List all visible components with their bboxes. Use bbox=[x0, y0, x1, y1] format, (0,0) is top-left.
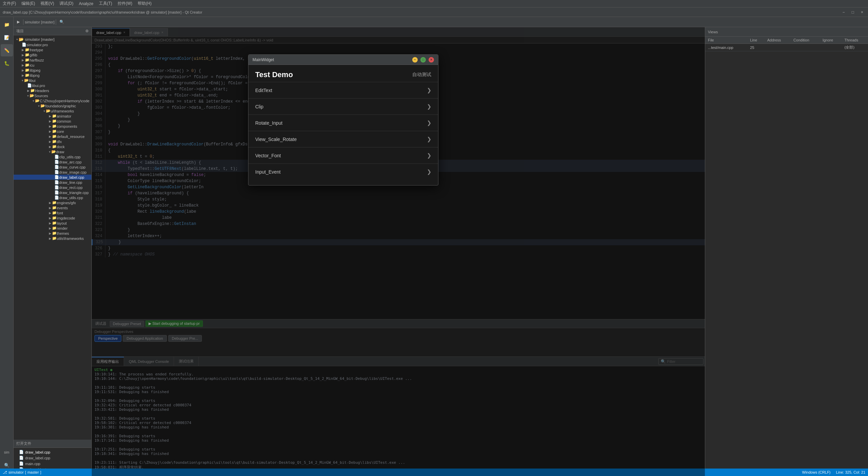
right-panel-header: Views bbox=[705, 27, 868, 37]
file-icon: 📄 bbox=[54, 195, 59, 200]
modal-window: MainWidget − □ × bbox=[248, 54, 438, 186]
menu-item-edit[interactable]: 编辑(E) bbox=[21, 1, 35, 6]
modal-list-item-edittext[interactable]: EditText ❯ bbox=[248, 82, 438, 98]
list-item[interactable]: ▶ 📁 libpng bbox=[14, 73, 91, 78]
title-bar: draw_label.cpp [C:\Zhouyj\openHarmony\co… bbox=[0, 7, 868, 17]
modal-item-label: View_Scale_Rotate bbox=[255, 137, 297, 142]
modal-header: Test Demo 自动测试 bbox=[248, 65, 438, 82]
list-item[interactable]: ▾ 📂 foundation/graphic bbox=[14, 103, 91, 108]
window-minimize[interactable]: − bbox=[840, 10, 847, 15]
minimize-icon: − bbox=[414, 58, 416, 61]
cell-file: ...test/main.cpp bbox=[705, 44, 747, 51]
list-item[interactable]: ▶ 📁 freetype bbox=[14, 47, 91, 52]
file-tree[interactable]: ▾ 📂 simulator [master] 📄 simulator.pro ▶… bbox=[14, 35, 91, 438]
list-item[interactable]: ▶ 📁 default_resource bbox=[14, 134, 91, 139]
col-threads: Threads bbox=[842, 37, 868, 44]
list-item[interactable]: 📄 draw_triangle.cpp bbox=[14, 190, 91, 195]
modal-item-label: Vector_Font bbox=[255, 153, 281, 158]
list-item[interactable]: ▶ 📁 harfbuzz bbox=[14, 57, 91, 63]
toolbar-build[interactable]: ▶ bbox=[15, 19, 22, 25]
folder-arrow: ▶ bbox=[22, 74, 24, 77]
folder-icon: 📁 bbox=[52, 114, 57, 118]
folder-icon: 📁 bbox=[52, 124, 57, 128]
list-item[interactable]: ▶ 📁 layout bbox=[14, 221, 91, 226]
sidebar-text-btn[interactable]: 📝 bbox=[1, 31, 13, 43]
list-item[interactable]: 📄 draw_rect.cpp bbox=[14, 185, 91, 190]
list-item[interactable]: ▾ 📂 ui\frameworks bbox=[14, 108, 91, 113]
list-item[interactable]: ▶ 📁 common bbox=[14, 119, 91, 124]
modal-minimize-btn[interactable]: − bbox=[412, 57, 418, 63]
toolbar-search[interactable]: 🔍 bbox=[57, 19, 66, 25]
sidebar-debug-btn[interactable]: 🐛 bbox=[1, 57, 13, 69]
list-item[interactable]: ▶ 📁 Headers bbox=[14, 88, 91, 93]
folder-arrow: ▶ bbox=[49, 145, 51, 148]
list-item[interactable]: ▶ 📁 animator bbox=[14, 113, 91, 119]
list-item[interactable]: 📄 draw_line.cpp bbox=[14, 180, 91, 185]
folder-icon: 📁 bbox=[25, 53, 30, 57]
sidebar-projects-btn[interactable]: 📁 bbox=[1, 18, 13, 31]
list-item[interactable]: ▶ 📁 core bbox=[14, 129, 91, 134]
tree-item-label: draw_rect.cpp bbox=[59, 186, 83, 190]
tree-root[interactable]: ▾ 📂 simulator [master] bbox=[14, 37, 91, 42]
table-row[interactable]: ...test/main.cpp 25 (全部) bbox=[705, 44, 868, 51]
sidebar-simulator-btn[interactable]: sim bbox=[1, 446, 13, 458]
tree-item-label: draw_line.cpp bbox=[59, 180, 82, 184]
open-file-item[interactable]: 📄 main.cpp bbox=[14, 461, 91, 466]
folder-icon: 📂 bbox=[46, 109, 51, 113]
list-item[interactable]: 📄 draw_arc.cpp bbox=[14, 159, 91, 164]
list-item[interactable]: ▶ 📁 components bbox=[14, 124, 91, 129]
tree-item-label: dfx bbox=[57, 140, 62, 144]
list-item[interactable]: ▶ 📁 themes bbox=[14, 231, 91, 236]
list-item[interactable]: ▶ 📁 render bbox=[14, 226, 91, 231]
menu-item-view[interactable]: 视图(V) bbox=[40, 1, 54, 6]
modal-list-item-input-event[interactable]: Input_Event ❯ bbox=[248, 163, 438, 180]
tree-item-label: clip_utils.cpp bbox=[59, 155, 81, 159]
project-filter-icon[interactable]: ⚙ bbox=[85, 29, 89, 33]
list-item[interactable]: ▾ 📂 draw bbox=[14, 149, 91, 154]
list-item[interactable]: 📄 draw_image.cpp bbox=[14, 170, 91, 175]
modal-close-btn[interactable]: × bbox=[429, 57, 434, 63]
menu-item-help[interactable]: 帮助(H) bbox=[138, 1, 152, 6]
col-condition: Condition bbox=[791, 37, 820, 44]
modal-list-item-rotate-input[interactable]: Rotate_Input ❯ bbox=[248, 114, 438, 131]
list-item[interactable]: ▶ 📁 font bbox=[14, 210, 91, 215]
list-item[interactable]: ▶ 📁 dock bbox=[14, 144, 91, 149]
list-item[interactable]: ▾ 📂 Sources bbox=[14, 93, 91, 98]
list-item[interactable]: ▾ 📂 C:\Zhouyj\openHarmony\code bbox=[14, 98, 91, 103]
folder-arrow: ▾ bbox=[49, 150, 51, 154]
menu-item-controls[interactable]: 控件(W) bbox=[118, 1, 132, 6]
list-item[interactable]: ▶ 📁 icu bbox=[14, 63, 91, 68]
window-maximize[interactable]: □ bbox=[850, 10, 856, 15]
list-item[interactable]: ▶ 📁 imgdecode bbox=[14, 215, 91, 221]
menu-item-tools[interactable]: 工具(T) bbox=[99, 1, 112, 6]
list-item[interactable]: 📄 clip_utils.cpp bbox=[14, 154, 91, 159]
list-item[interactable]: ▶ 📁 dfx bbox=[14, 139, 91, 144]
list-item[interactable]: 📄 draw_curve.cpp bbox=[14, 164, 91, 170]
folder-arrow: ▶ bbox=[22, 64, 24, 67]
modal-list-item-clip[interactable]: Clip ❯ bbox=[248, 98, 438, 114]
folder-icon: 📁 bbox=[52, 226, 57, 230]
menu-item-debug[interactable]: 调试(D) bbox=[59, 1, 73, 6]
list-item[interactable]: ▶ 📁 utils\frameworks bbox=[14, 236, 91, 241]
git-icon: ⎇ bbox=[3, 470, 7, 475]
list-item[interactable]: 📄 draw_utils.cpp bbox=[14, 195, 91, 200]
sidebar-edit-btn[interactable]: ✏️ bbox=[1, 44, 13, 56]
list-item[interactable]: 📄 libui.pro bbox=[14, 83, 91, 88]
modal-list-item-vector-font[interactable]: Vector_Font ❯ bbox=[248, 147, 438, 163]
list-item[interactable]: ▶ 📁 engines/gfx bbox=[14, 200, 91, 205]
list-item[interactable]: ▶ 📁 libjpeg bbox=[14, 68, 91, 73]
menu-item-file[interactable]: 文件(F) bbox=[3, 1, 16, 6]
tree-item-label: libui.pro bbox=[32, 84, 45, 88]
list-item[interactable]: ▶ 📁 giflib bbox=[14, 52, 91, 57]
menu-item-analyze[interactable]: Analyze bbox=[79, 1, 93, 6]
list-item-active[interactable]: 📄 draw_label.cpp bbox=[14, 175, 91, 180]
modal-maximize-btn[interactable]: □ bbox=[420, 57, 426, 63]
list-item[interactable]: 📄 simulator.pro bbox=[14, 42, 91, 47]
window-close[interactable]: × bbox=[859, 10, 865, 15]
list-item[interactable]: ▾ 📂 libui bbox=[14, 78, 91, 83]
list-item[interactable]: ▶ 📁 events bbox=[14, 205, 91, 210]
open-file-item[interactable]: 📄 draw_label.cpp bbox=[14, 449, 91, 455]
open-file-item[interactable]: 📄 draw_label.cpp bbox=[14, 455, 91, 461]
tree-item-label: events bbox=[57, 206, 68, 210]
modal-list-item-view-scale[interactable]: View_Scale_Rotate ❯ bbox=[248, 131, 438, 147]
